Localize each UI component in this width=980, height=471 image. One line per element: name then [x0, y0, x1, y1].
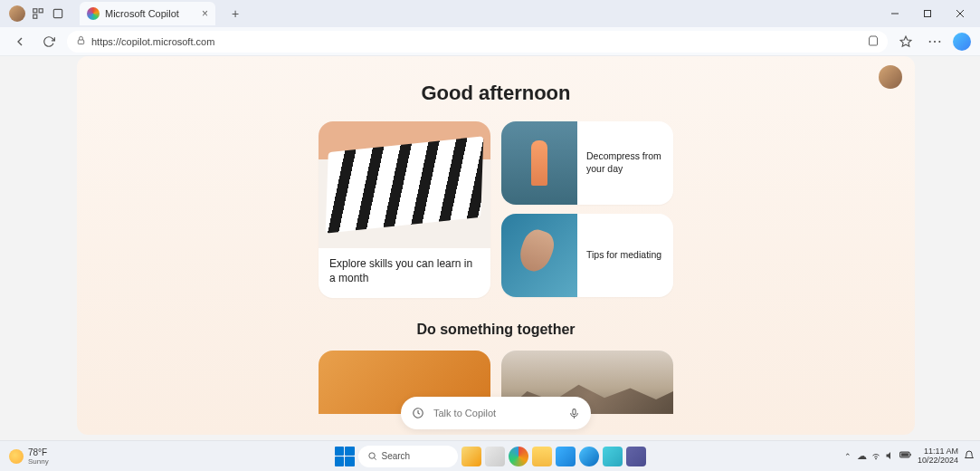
taskbar-app-store[interactable] — [556, 447, 576, 466]
svg-rect-3 — [53, 9, 62, 17]
favorites-icon[interactable] — [895, 31, 917, 53]
window-titlebar: Microsoft Copilot × + — [0, 0, 980, 27]
svg-rect-19 — [910, 453, 911, 455]
weather-widget[interactable]: 78°F Sunny — [9, 447, 49, 466]
battery-icon[interactable] — [899, 450, 912, 463]
svg-point-15 — [875, 458, 876, 459]
window-close-button[interactable] — [944, 0, 976, 27]
suggestion-cards-row: Explore skills you can learn in a month … — [77, 121, 915, 298]
svg-line-14 — [374, 457, 376, 459]
weather-desc: Sunny — [28, 457, 49, 466]
date-text: 10/22/2024 — [918, 457, 958, 466]
card-title: Tips for mediating — [577, 249, 671, 262]
clock[interactable]: 11:11 AM 10/22/2024 — [918, 447, 958, 466]
onedrive-icon[interactable]: ☁ — [857, 450, 867, 463]
microphone-icon[interactable] — [568, 408, 580, 419]
lock-icon — [76, 35, 86, 47]
copilot-favicon-icon — [87, 7, 100, 20]
workspaces-icon[interactable] — [31, 6, 45, 21]
search-icon — [367, 451, 377, 461]
card-explore-skills[interactable]: Explore skills you can learn in a month — [319, 121, 490, 298]
copilot-sidebar-icon[interactable] — [953, 33, 971, 51]
sun-icon — [9, 449, 24, 464]
svg-rect-0 — [33, 9, 37, 13]
piano-image — [319, 121, 490, 248]
start-button[interactable] — [335, 447, 355, 466]
page-content: Good afternoon Explore skills you can le… — [77, 56, 915, 435]
card-mediating[interactable]: Tips for mediating — [501, 214, 673, 297]
user-avatar[interactable] — [879, 65, 902, 89]
card-title: Explore skills you can learn in a month — [319, 248, 490, 298]
system-tray: ⌃ ☁ 11:11 AM 10/22/2024 — [844, 447, 975, 466]
popsicle-image — [501, 121, 577, 205]
browser-tab[interactable]: Microsoft Copilot × — [80, 2, 215, 25]
section-together-title: Do something together — [77, 322, 915, 338]
svg-rect-2 — [33, 14, 37, 18]
address-bar[interactable]: https://copilot.microsoft.com — [67, 31, 888, 53]
wifi-icon[interactable] — [871, 450, 881, 463]
taskbar-app-teams[interactable] — [626, 447, 646, 466]
windows-taskbar: 78°F Sunny Search ⌃ ☁ — [0, 440, 980, 471]
close-tab-icon[interactable]: × — [202, 7, 208, 20]
svg-rect-5 — [925, 11, 931, 17]
taskbar-app-copilot[interactable] — [509, 447, 528, 466]
taskbar-app-1[interactable] — [461, 447, 481, 466]
card-decompress[interactable]: Decompress from your day — [501, 121, 673, 205]
back-button[interactable] — [9, 31, 31, 53]
new-tab-button[interactable]: + — [226, 6, 244, 21]
profile-avatar-icon[interactable] — [9, 5, 25, 22]
history-icon[interactable] — [412, 407, 424, 419]
svg-point-13 — [368, 453, 374, 458]
taskbar-app-photos[interactable] — [603, 447, 623, 466]
window-maximize-button[interactable] — [911, 0, 944, 27]
svg-rect-8 — [78, 40, 83, 44]
card-title: Decompress from your day — [577, 150, 673, 175]
taskbar-search[interactable]: Search — [358, 446, 458, 467]
notifications-icon[interactable] — [964, 450, 975, 463]
taskbar-app-explorer[interactable] — [532, 447, 552, 466]
svg-marker-9 — [900, 36, 911, 46]
browser-toolbar: https://copilot.microsoft.com ⋯ — [0, 27, 980, 56]
taskbar-app-edge[interactable] — [579, 447, 599, 466]
svg-rect-18 — [901, 453, 909, 457]
search-placeholder: Search — [382, 451, 411, 461]
volume-icon[interactable] — [885, 450, 896, 463]
menu-icon[interactable]: ⋯ — [924, 31, 946, 53]
tray-chevron-icon[interactable]: ⌃ — [844, 452, 852, 461]
svg-marker-16 — [886, 452, 890, 459]
refresh-button[interactable] — [38, 31, 60, 53]
tab-title: Microsoft Copilot — [105, 8, 179, 19]
svg-rect-11 — [573, 409, 576, 414]
taskbar-app-2[interactable] — [485, 447, 505, 466]
greeting-title: Good afternoon — [77, 82, 915, 105]
svg-rect-1 — [39, 9, 43, 13]
url-text: https://copilot.microsoft.com — [91, 36, 214, 47]
shopping-icon[interactable] — [868, 35, 879, 48]
chat-input[interactable] — [433, 408, 559, 418]
chat-input-bar[interactable] — [401, 397, 591, 429]
weather-temp: 78°F — [28, 447, 49, 457]
water-hand-image — [501, 214, 577, 297]
tab-actions-icon[interactable] — [51, 6, 65, 21]
window-minimize-button[interactable] — [879, 0, 911, 27]
